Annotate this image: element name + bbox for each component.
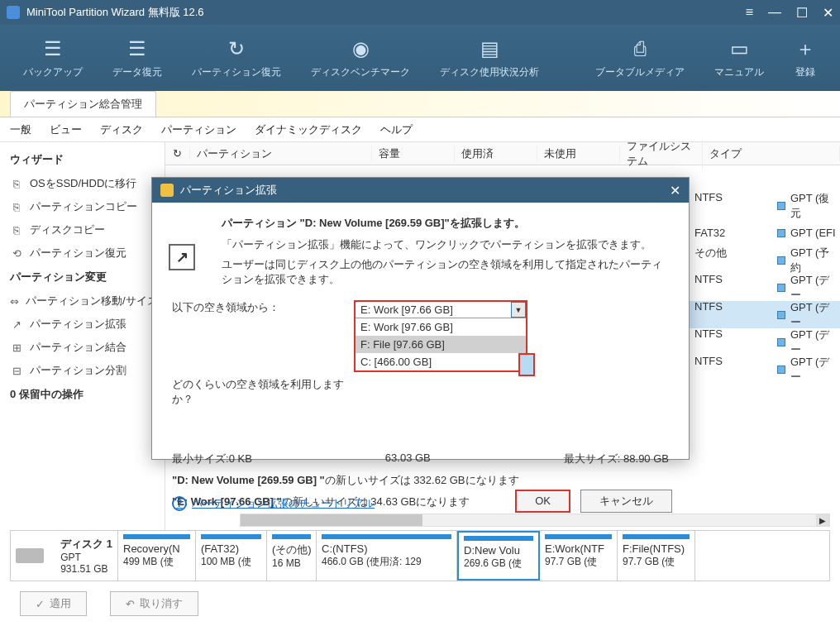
cell-type: GPT (デー	[777, 355, 840, 385]
type-swatch-icon	[777, 229, 785, 237]
label-from: 以下の空き領域から：	[172, 300, 354, 315]
undo-button[interactable]: ↶取り消す	[110, 591, 198, 616]
toolbar-partitionrecovery[interactable]: ↻パーティション復元	[177, 32, 296, 84]
sidebar-copy-disk[interactable]: ⎘ディスクコピー	[0, 218, 165, 241]
dropdown-toggle-icon[interactable]: ▼	[511, 302, 526, 318]
resize-icon: ⇔	[10, 294, 19, 308]
partition-card[interactable]: C:(NTFS)466.0 GB (使用済: 129	[317, 531, 457, 581]
toolbar-benchmark[interactable]: ◉ディスクベンチマーク	[296, 32, 425, 84]
usage-icon: ▤	[478, 37, 501, 60]
usage-bar	[623, 534, 690, 539]
disk-header[interactable]: ディスク 1GPT931.51 GB	[11, 531, 118, 581]
check-icon: ✓	[36, 598, 45, 610]
sidebar-extend[interactable]: ↗パーティション拡張	[0, 313, 165, 336]
bootmedia-icon: ⎙	[628, 37, 651, 60]
partition-name: (FAT32)	[201, 542, 261, 555]
cancel-button[interactable]: キャンセル	[580, 490, 672, 513]
partition-name: C:(NTFS)	[322, 542, 451, 555]
partition-card[interactable]: E:Work(NTF97.7 GB (使	[540, 531, 618, 581]
type-swatch-icon	[777, 311, 785, 319]
tab-strip: パーティション総合管理	[0, 91, 840, 117]
toolbar: ☰バックアップ ☰データ復元 ↻パーティション復元 ◉ディスクベンチマーク ▤デ…	[0, 25, 840, 91]
tab-partition-management[interactable]: パーティション総合管理	[10, 91, 156, 117]
dialog-headline: パーティション "D: New Volume [269.59 GB]"を拡張しま…	[222, 216, 669, 231]
partition-card[interactable]: D:New Volu269.6 GB (使	[457, 531, 540, 581]
dialog-sub1: 「パーティション拡張」機能によって、ワンクリックでパーティションを拡張できます。	[222, 237, 669, 252]
usage-bar	[545, 534, 612, 539]
close-icon[interactable]: ✕	[823, 5, 833, 21]
form-row-howmuch: どのくらいの空き領域を利用しますか？	[172, 377, 669, 407]
help-icon: ?	[172, 496, 187, 511]
menu-view[interactable]: ビュー	[50, 122, 82, 137]
usage-bar	[201, 534, 261, 539]
ok-button[interactable]: OK	[515, 490, 570, 513]
toolbar-backup[interactable]: ☰バックアップ	[8, 32, 98, 84]
toolbar-partitionrecovery-label: パーティション復元	[192, 65, 281, 79]
tutorial-label: パーティション拡張のチュートリアル	[192, 496, 375, 511]
sidebar-pending-title: 0 保留中の操作	[0, 382, 165, 407]
usage-bar	[464, 536, 533, 541]
sidebar-copy-partition[interactable]: ⎘パーティションコピー	[0, 195, 165, 218]
extend-icon: ↗	[10, 318, 23, 331]
menu-help[interactable]: ヘルプ	[380, 122, 413, 137]
toolbar-usage[interactable]: ▤ディスク使用状況分析	[425, 32, 554, 84]
toolbar-bootmedia[interactable]: ⎙ブータブルメディア	[580, 32, 699, 84]
dropdown-option[interactable]: E: Work [97.66 GB]	[356, 318, 526, 336]
menu-general[interactable]: 一般	[10, 122, 31, 137]
apply-button[interactable]: ✓適用	[20, 591, 87, 616]
th-unused[interactable]: 未使用	[537, 146, 620, 161]
cell-filesystem: NTFS	[694, 327, 777, 357]
th-capacity[interactable]: 容量	[372, 146, 455, 161]
sidebar-recover-partition[interactable]: ⟲パーティション復元	[0, 241, 165, 265]
partition-name: F:File(NTFS)	[623, 542, 690, 555]
menu-partition[interactable]: パーティション	[161, 122, 236, 137]
refresh-button[interactable]: ↻	[165, 147, 190, 160]
split-icon: ⊟	[10, 364, 23, 377]
dropdown-option[interactable]: F: File [97.66 GB]	[356, 336, 526, 353]
partition-card[interactable]: Recovery(N499 MB (使	[118, 531, 196, 581]
dropdown-freespace[interactable]: E: Work [97.66 GB] ▼ E: Work [97.66 GB] …	[354, 300, 527, 372]
menu-disk[interactable]: ディスク	[100, 122, 143, 137]
cell-filesystem: NTFS	[694, 300, 777, 330]
dropdown-list: E: Work [97.66 GB] F: File [97.66 GB] C:…	[356, 318, 526, 370]
menu-icon[interactable]: ≡	[746, 5, 753, 21]
partition-card[interactable]: F:File(NTFS)97.7 GB (使	[618, 531, 695, 581]
recover-icon: ⟲	[10, 246, 23, 260]
sidebar-move-resize[interactable]: ⇔パーティション移動/サイズ	[0, 289, 165, 313]
dialog-logo-icon	[160, 184, 174, 197]
undo-icon: ↶	[126, 598, 135, 610]
toolbar-manual[interactable]: ▭マニュアル	[699, 32, 779, 84]
toolbar-datarecovery[interactable]: ☰データ復元	[98, 32, 177, 84]
sidebar-change-title: パーティション変更	[0, 265, 165, 289]
th-filesystem[interactable]: ファイルシステム	[620, 139, 703, 169]
toolbar-register[interactable]: ＋登録	[779, 32, 832, 84]
partition-size: 97.7 GB (使	[545, 555, 612, 569]
copypart-icon: ⎘	[10, 200, 23, 213]
sidebar-merge[interactable]: ⊞パーティション結合	[0, 336, 165, 359]
th-type[interactable]: タイプ	[703, 146, 840, 161]
titlebar: MiniTool Partition Wizard 無料版 12.6 ≡ — ☐…	[0, 0, 840, 25]
partition-card[interactable]: (FAT32)100 MB (使	[196, 531, 267, 581]
slider-handle[interactable]	[518, 353, 535, 376]
window-title: MiniTool Partition Wizard 無料版 12.6	[26, 5, 746, 20]
partition-card[interactable]: (その他)16 MB	[267, 531, 317, 581]
sidebar-split[interactable]: ⊟パーティション分割	[0, 359, 165, 382]
menubar: 一般 ビュー ディスク パーティション ダイナミックディスク ヘルプ	[0, 117, 840, 142]
tutorial-link[interactable]: ? パーティション拡張のチュートリアル	[172, 496, 375, 511]
menu-dynamicdisk[interactable]: ダイナミックディスク	[255, 122, 362, 137]
partrecovery-icon: ↻	[225, 37, 248, 60]
toolbar-backup-label: バックアップ	[23, 65, 83, 79]
cell-filesystem: NTFS	[694, 355, 777, 385]
dialog-close-icon[interactable]: ✕	[670, 183, 680, 198]
sizes-row: 最小サイズ:0 KB 63.03 GB 最大サイズ: 88.90 GB	[172, 452, 669, 466]
th-used[interactable]: 使用済	[455, 146, 537, 161]
cell-type: GPT (デー	[777, 327, 840, 357]
dropdown-option[interactable]: C: [466.00 GB]	[356, 353, 526, 370]
scroll-right-icon[interactable]: ▶	[816, 514, 829, 526]
migrate-icon: ⎘	[10, 177, 23, 190]
minimize-icon[interactable]: —	[768, 5, 781, 21]
result-line-1: "D: New Volume [269.59 GB] "の新しいサイズは 332…	[172, 473, 669, 488]
th-partition[interactable]: パーティション	[190, 146, 372, 161]
maximize-icon[interactable]: ☐	[796, 5, 808, 21]
sidebar-migrate-os[interactable]: ⎘OSをSSD/HDDに移行	[0, 172, 165, 195]
